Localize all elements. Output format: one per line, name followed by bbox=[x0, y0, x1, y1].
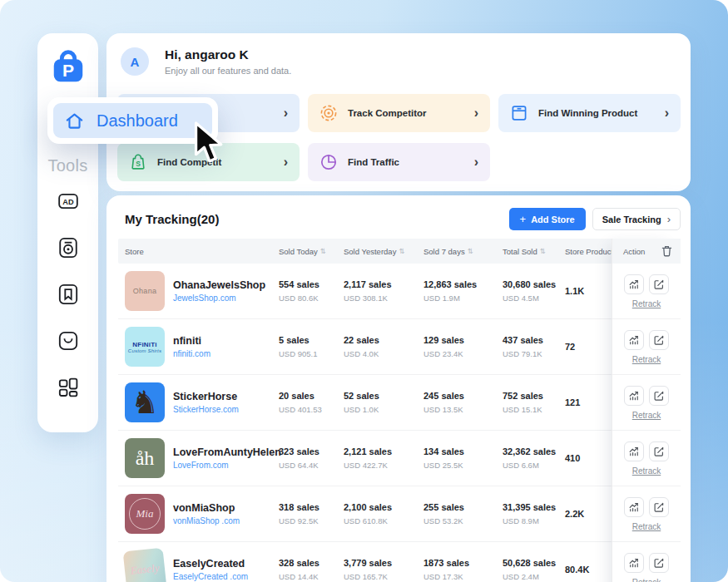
column-header-sold-yesterday[interactable]: Sold Yesterday⇅ bbox=[344, 247, 423, 256]
sidebar-item-tracker[interactable] bbox=[56, 235, 81, 260]
sidebar-item-apps[interactable] bbox=[56, 375, 81, 400]
retrack-link[interactable]: Retrack bbox=[632, 299, 661, 308]
store-domain-link[interactable]: EaselyCreated .com bbox=[173, 572, 248, 581]
tools-section-label: Tools bbox=[47, 156, 87, 175]
feature-card-find-winning-product[interactable]: Find Winning Product › bbox=[498, 94, 681, 132]
sold-yesterday-cell: 2,121 sales USD 422.7K bbox=[344, 446, 423, 470]
edit-icon bbox=[653, 334, 665, 346]
svg-text:P: P bbox=[62, 61, 73, 80]
analytics-button[interactable] bbox=[624, 386, 644, 406]
edit-button[interactable] bbox=[649, 386, 669, 406]
analytics-button[interactable] bbox=[624, 497, 644, 517]
store-avatar: Easely bbox=[123, 548, 167, 582]
analytics-button[interactable] bbox=[624, 274, 644, 294]
delete-all-button[interactable] bbox=[661, 245, 672, 257]
store-domain-link[interactable]: LoveFrom.com bbox=[173, 461, 281, 470]
edit-button[interactable] bbox=[649, 441, 669, 461]
sold-yesterday-cell: 2,100 sales USD 610.8K bbox=[344, 502, 423, 525]
sort-icon: ⇅ bbox=[540, 247, 546, 255]
column-header-store: Store bbox=[118, 247, 279, 256]
store-avatar: Ohana bbox=[125, 271, 165, 311]
feature-card-find-traffic[interactable]: Find Traffic › bbox=[308, 143, 490, 181]
chevron-right-icon: › bbox=[474, 155, 478, 169]
total-sold-cell: 32,362 sales USD 6.6M bbox=[503, 446, 565, 470]
bookmark-icon bbox=[57, 284, 79, 305]
feature-card-find-competitor[interactable]: S Find Competit › bbox=[117, 143, 300, 181]
shop-bag-dollar-icon: S bbox=[129, 153, 147, 171]
table-row[interactable]: Easely EaselyCreated EaselyCreated .com … bbox=[118, 542, 681, 582]
analytics-button[interactable] bbox=[624, 553, 644, 573]
store-domain-link[interactable]: nfiniti.com bbox=[173, 349, 210, 358]
action-cell: Retrack bbox=[612, 542, 681, 582]
table-row[interactable]: Mia vonMiaShop vonMiaShop .com 318 sales… bbox=[118, 486, 681, 542]
store-domain-link[interactable]: vonMiaShop .com bbox=[173, 516, 240, 525]
retrack-link[interactable]: Retrack bbox=[632, 466, 661, 476]
dashboard-menu-item[interactable]: Dashboard bbox=[53, 103, 212, 138]
product-box-icon bbox=[510, 104, 528, 122]
store-name: LoveFromAuntyHelen bbox=[173, 446, 281, 458]
edit-icon bbox=[653, 390, 665, 402]
sidebar-item-store[interactable] bbox=[56, 328, 81, 353]
edit-button[interactable] bbox=[649, 274, 669, 294]
edit-icon bbox=[653, 446, 665, 457]
svg-text:S: S bbox=[136, 160, 141, 168]
action-cell: Retrack bbox=[612, 319, 681, 375]
edit-button[interactable] bbox=[649, 497, 669, 517]
retrack-link[interactable]: Retrack bbox=[632, 355, 661, 364]
ads-icon: AD bbox=[57, 190, 79, 212]
store-avatar: Mia bbox=[125, 494, 165, 534]
feature-card-label: Find Traffic bbox=[348, 157, 399, 167]
store-name: vonMiaShop bbox=[173, 502, 240, 514]
sold-today-cell: 323 sales USD 64.4K bbox=[279, 446, 344, 470]
table-row[interactable]: Ohana OhanaJewelsShop JewelsShop.com 554… bbox=[118, 264, 681, 319]
retrack-link[interactable]: Retrack bbox=[632, 411, 661, 420]
user-row: A Hi, angaroo K Enjoy all our features a… bbox=[121, 47, 291, 76]
edit-button[interactable] bbox=[649, 330, 669, 350]
column-header-sold-7days[interactable]: Sold 7 days⇅ bbox=[423, 247, 503, 256]
plus-icon: + bbox=[520, 213, 527, 225]
table-row[interactable]: ♞ StickerHorse StickerHorse.com 20 sales… bbox=[118, 375, 681, 431]
edit-icon bbox=[653, 501, 665, 513]
table-header-row: Store Sold Today⇅ Sold Yesterday⇅ Sold 7… bbox=[118, 239, 681, 264]
sidebar-item-ads[interactable]: AD bbox=[56, 189, 81, 214]
target-icon bbox=[319, 104, 338, 122]
app-logo[interactable]: P bbox=[49, 47, 87, 88]
store-name: nfiniti bbox=[173, 335, 210, 347]
sold-today-cell: 5 sales USD 905.1 bbox=[279, 335, 344, 358]
sold-yesterday-cell: 2,117 sales USD 308.1K bbox=[344, 279, 423, 303]
shopping-bag-logo-icon: P bbox=[49, 47, 87, 85]
chevron-right-icon: › bbox=[284, 106, 288, 120]
sale-tracking-button[interactable]: Sale Tracking › bbox=[592, 208, 681, 230]
table-row[interactable]: åh LoveFromAuntyHelen LoveFrom.com 323 s… bbox=[118, 431, 681, 486]
sort-icon: ⇅ bbox=[399, 247, 404, 255]
feature-card-track-competitor[interactable]: Track Competitor › bbox=[308, 94, 490, 132]
column-header-total-sold[interactable]: Total Sold⇅ bbox=[503, 247, 565, 256]
analytics-button[interactable] bbox=[624, 441, 644, 461]
sold-today-cell: 318 sales USD 92.5K bbox=[279, 502, 344, 525]
edit-icon bbox=[653, 279, 665, 290]
column-header-sold-today[interactable]: Sold Today⇅ bbox=[279, 247, 344, 256]
add-store-button[interactable]: + Add Store bbox=[509, 208, 586, 230]
sold-today-cell: 20 sales USD 401.53 bbox=[279, 391, 344, 414]
sale-tracking-label: Sale Tracking bbox=[602, 215, 661, 224]
store-domain-link[interactable]: StickerHorse.com bbox=[173, 405, 239, 414]
total-sold-cell: 30,680 sales USD 4.5M bbox=[503, 279, 565, 303]
analytics-chart-icon bbox=[628, 334, 640, 346]
retrack-link[interactable]: Retrack bbox=[632, 578, 661, 582]
retrack-link[interactable]: Retrack bbox=[632, 522, 661, 531]
my-tracking-card: My Tracking(20) + Add Store Sale Trackin… bbox=[106, 195, 691, 582]
sidebar-nav: AD bbox=[56, 189, 81, 400]
sold-yesterday-cell: 3,779 sales USD 165.7K bbox=[344, 558, 423, 581]
sold-7days-cell: 245 sales USD 13.5K bbox=[423, 391, 503, 414]
analytics-button[interactable] bbox=[624, 330, 644, 350]
store-domain-link[interactable]: JewelsShop.com bbox=[173, 293, 265, 303]
table-row[interactable]: NFiNiTi Custom Shirts nfiniti nfiniti.co… bbox=[118, 319, 681, 375]
action-cell: Retrack bbox=[612, 486, 681, 542]
page-subtitle: Enjoy all our features and data. bbox=[165, 66, 291, 76]
sidebar-item-bookmarks[interactable] bbox=[56, 282, 81, 307]
sold-7days-cell: 134 sales USD 25.5K bbox=[423, 446, 503, 470]
app-background: P Tools AD bbox=[0, 0, 728, 582]
sidebar: P Tools AD bbox=[37, 33, 98, 432]
tracker-icon bbox=[57, 237, 79, 259]
edit-button[interactable] bbox=[649, 553, 669, 573]
